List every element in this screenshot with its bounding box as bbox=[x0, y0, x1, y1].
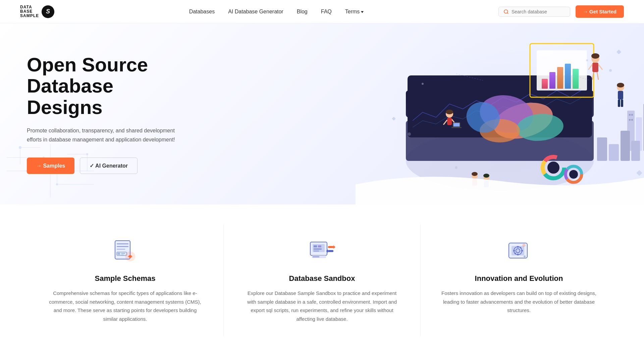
feature-database-sandbox: Database Sandbox Explore our Database Sa… bbox=[224, 225, 421, 337]
svg-point-87 bbox=[455, 166, 458, 169]
svg-point-75 bbox=[472, 172, 478, 176]
svg-point-49 bbox=[617, 83, 624, 87]
svg-point-83 bbox=[422, 83, 424, 85]
isometric-svg bbox=[356, 23, 644, 204]
svg-rect-96 bbox=[117, 249, 125, 250]
database-sandbox-icon bbox=[309, 238, 335, 265]
svg-point-44 bbox=[591, 53, 599, 59]
innovation-icon bbox=[505, 238, 532, 265]
svg-rect-99 bbox=[121, 253, 125, 254]
feature-sample-schemas: Sample Schemas Comprehensive schemas for… bbox=[27, 225, 224, 337]
svg-rect-82 bbox=[631, 141, 640, 161]
svg-rect-122 bbox=[513, 250, 515, 251]
nav-faq[interactable]: FAQ bbox=[321, 9, 332, 15]
logo[interactable]: DATA BASE SAMPLE S bbox=[20, 5, 54, 18]
feature-innovation: Innovation and Evolution Fosters innovat… bbox=[421, 225, 617, 337]
hero-title: Open Source Database Designs bbox=[27, 54, 188, 118]
ai-generator-button[interactable]: ✓ AI Generator bbox=[80, 158, 138, 174]
svg-rect-109 bbox=[328, 246, 333, 248]
features-section: Sample Schemas Comprehensive schemas for… bbox=[0, 204, 644, 362]
nav-databases[interactable]: Databases bbox=[189, 9, 215, 15]
svg-rect-35 bbox=[565, 64, 571, 89]
svg-rect-120 bbox=[517, 254, 519, 255]
svg-rect-100 bbox=[121, 254, 124, 255]
search-container[interactable] bbox=[498, 7, 570, 17]
nav-ai-generator[interactable]: AI Database Generator bbox=[228, 9, 283, 15]
svg-rect-105 bbox=[314, 245, 317, 247]
search-input[interactable] bbox=[512, 9, 565, 14]
svg-rect-54 bbox=[631, 114, 633, 116]
svg-rect-79 bbox=[597, 137, 607, 161]
feature-3-title: Innovation and Evolution bbox=[441, 274, 597, 283]
svg-point-78 bbox=[483, 174, 489, 178]
svg-rect-48 bbox=[621, 100, 623, 107]
svg-point-66 bbox=[446, 110, 453, 114]
get-started-button[interactable]: → Get Started bbox=[576, 5, 624, 18]
logo-text-line3: SAMPLE bbox=[20, 14, 39, 18]
svg-rect-46 bbox=[618, 91, 623, 100]
svg-rect-107 bbox=[314, 248, 322, 250]
svg-rect-81 bbox=[621, 131, 630, 161]
hero-section: Open Source Database Designs Promote col… bbox=[0, 23, 644, 204]
svg-point-125 bbox=[523, 244, 525, 247]
svg-rect-71 bbox=[453, 123, 460, 126]
svg-marker-110 bbox=[333, 245, 335, 249]
hero-buttons: → Samples ✓ AI Generator bbox=[27, 158, 188, 174]
chevron-down-icon bbox=[361, 11, 364, 13]
svg-rect-94 bbox=[117, 243, 128, 244]
svg-rect-90 bbox=[637, 170, 642, 176]
svg-rect-33 bbox=[549, 72, 555, 89]
sample-schemas-icon bbox=[112, 238, 139, 265]
main-nav: Databases AI Database Generator Blog FAQ… bbox=[189, 9, 364, 15]
svg-rect-89 bbox=[616, 50, 621, 54]
svg-rect-39 bbox=[592, 63, 598, 72]
svg-point-85 bbox=[408, 132, 411, 136]
feature-1-title: Sample Schemas bbox=[47, 274, 203, 283]
svg-rect-32 bbox=[542, 79, 548, 89]
svg-rect-67 bbox=[447, 118, 452, 125]
hero-content: Open Source Database Designs Promote col… bbox=[0, 27, 215, 201]
svg-rect-114 bbox=[313, 256, 319, 257]
logo-icon: S bbox=[42, 5, 54, 18]
svg-rect-95 bbox=[117, 246, 128, 247]
search-icon bbox=[503, 9, 509, 14]
svg-rect-108 bbox=[314, 250, 319, 252]
svg-rect-36 bbox=[573, 69, 579, 89]
svg-rect-47 bbox=[618, 100, 620, 107]
header-right: → Get Started bbox=[498, 5, 624, 18]
svg-point-84 bbox=[609, 69, 612, 72]
nav-terms-dropdown[interactable]: Terms bbox=[345, 9, 364, 15]
svg-rect-106 bbox=[318, 245, 321, 247]
svg-rect-119 bbox=[517, 246, 519, 248]
svg-rect-55 bbox=[629, 119, 631, 121]
svg-rect-111 bbox=[328, 250, 333, 252]
svg-point-64 bbox=[569, 170, 578, 179]
svg-rect-98 bbox=[117, 253, 120, 255]
svg-point-126 bbox=[524, 255, 526, 257]
svg-line-1 bbox=[507, 13, 508, 14]
feature-2-desc: Explore our Database Sample Sandbox to p… bbox=[244, 289, 400, 323]
svg-point-0 bbox=[504, 10, 508, 13]
feature-1-desc: Comprehensive schemas for specific types… bbox=[47, 289, 203, 323]
feature-3-desc: Fosters innovation as developers can bui… bbox=[441, 289, 597, 315]
svg-point-86 bbox=[586, 59, 588, 61]
svg-point-60 bbox=[547, 162, 559, 174]
svg-point-102 bbox=[129, 255, 131, 258]
header: DATA BASE SAMPLE S Databases AI Database… bbox=[0, 0, 644, 23]
hero-illustration bbox=[356, 23, 644, 204]
svg-rect-34 bbox=[557, 67, 563, 89]
nav-blog[interactable]: Blog bbox=[297, 9, 308, 15]
logo-text-line1: DATA bbox=[20, 5, 39, 9]
svg-rect-53 bbox=[629, 114, 631, 116]
hero-subtitle: Promote collaboration, transparency, and… bbox=[27, 126, 181, 144]
svg-rect-72 bbox=[451, 127, 462, 128]
svg-rect-56 bbox=[631, 119, 633, 121]
svg-rect-80 bbox=[609, 144, 619, 161]
feature-2-title: Database Sandbox bbox=[244, 274, 400, 283]
samples-button[interactable]: → Samples bbox=[27, 158, 74, 174]
svg-rect-121 bbox=[521, 250, 523, 251]
